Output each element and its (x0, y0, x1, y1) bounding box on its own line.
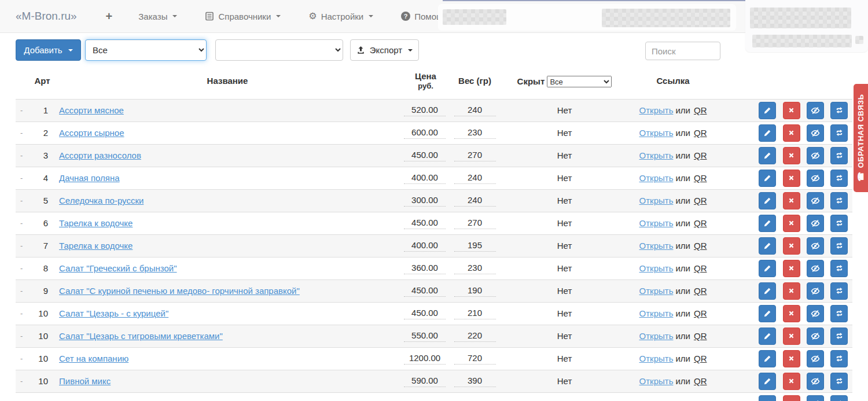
row-weight[interactable]: 270 (454, 218, 496, 229)
toggle-visibility-button[interactable] (807, 147, 824, 164)
duplicate-button[interactable] (830, 237, 848, 255)
row-price[interactable]: 1200.00 (404, 353, 446, 365)
edit-button[interactable] (759, 192, 776, 209)
row-qr-link[interactable]: QR (694, 128, 707, 138)
toggle-visibility-button[interactable] (807, 373, 824, 390)
delete-button[interactable] (783, 305, 800, 322)
row-name-link[interactable]: Селедочка по-русски (59, 196, 144, 205)
row-name-link[interactable]: Салат "С куриной печенью и медово- горчи… (59, 286, 300, 296)
row-drag-handle[interactable]: - (16, 189, 31, 212)
row-open-link[interactable]: Открыть (639, 196, 674, 205)
row-drag-handle[interactable]: - (16, 122, 31, 144)
row-qr-link[interactable]: QR (694, 286, 707, 296)
row-open-link[interactable]: Открыть (639, 286, 674, 296)
row-price[interactable]: 450.00 (404, 285, 446, 297)
nav-item-settings[interactable]: ⚙ Настройки (308, 12, 373, 21)
duplicate-button[interactable] (830, 124, 848, 142)
edit-button[interactable] (759, 124, 776, 142)
row-drag-handle[interactable] (16, 392, 31, 401)
duplicate-button[interactable] (830, 192, 848, 209)
hidden-filter-select[interactable]: Все (547, 76, 612, 87)
row-open-link[interactable]: Открыть (639, 241, 674, 251)
row-name-link[interactable]: Салат "Цезарь с тигровыми креветками" (59, 331, 223, 341)
row-price[interactable]: 590.00 (404, 376, 446, 387)
edit-button[interactable] (759, 215, 776, 232)
row-qr-link[interactable]: QR (694, 354, 707, 363)
edit-button[interactable] (759, 305, 776, 322)
row-qr-link[interactable]: QR (694, 173, 707, 183)
edit-button[interactable] (759, 395, 776, 401)
duplicate-button[interactable] (830, 328, 848, 345)
edit-button[interactable] (759, 373, 776, 390)
row-name-link[interactable]: Пивной микс (59, 376, 111, 386)
row-name-link[interactable]: Ассорти мясное (59, 105, 124, 115)
row-price[interactable]: 450.00 (404, 150, 446, 161)
row-name-link[interactable]: Тарелка к водочке (59, 241, 133, 251)
search-input[interactable] (645, 42, 720, 60)
edit-button[interactable] (759, 282, 776, 300)
add-button[interactable]: Добавить (16, 39, 81, 61)
row-open-link[interactable]: Открыть (639, 105, 674, 115)
row-drag-handle[interactable]: - (16, 234, 31, 257)
row-qr-link[interactable]: QR (694, 105, 707, 115)
delete-button[interactable] (783, 328, 800, 345)
row-open-link[interactable]: Открыть (639, 376, 674, 386)
nav-item-orders[interactable]: Заказы (138, 12, 177, 21)
duplicate-button[interactable] (830, 260, 848, 277)
secondary-filter-select[interactable] (215, 39, 343, 61)
delete-button[interactable] (783, 260, 800, 277)
toggle-visibility-button[interactable] (807, 215, 824, 232)
feedback-tab[interactable]: ☎ ОБРАТНАЯ СВЯЗЬ (854, 84, 868, 192)
edit-button[interactable] (759, 328, 776, 345)
row-name-link[interactable]: Тарелка к водочке (59, 218, 133, 228)
row-weight[interactable]: 190 (454, 285, 496, 297)
toggle-visibility-button[interactable] (807, 192, 824, 209)
row-weight[interactable]: 210 (454, 308, 496, 319)
row-weight[interactable]: 230 (454, 127, 496, 139)
toggle-visibility-button[interactable] (807, 102, 824, 119)
row-name-link[interactable]: Салат "Греческий с брынзой" (59, 263, 177, 273)
delete-button[interactable] (783, 237, 800, 255)
row-open-link[interactable]: Открыть (639, 150, 674, 160)
duplicate-button[interactable] (830, 373, 848, 390)
duplicate-button[interactable] (830, 350, 848, 367)
delete-button[interactable] (783, 282, 800, 300)
edit-button[interactable] (759, 102, 776, 119)
duplicate-button[interactable] (830, 282, 848, 300)
row-drag-handle[interactable]: - (16, 167, 31, 189)
brand-link[interactable]: «M-Bron.ru» (16, 10, 77, 23)
row-drag-handle[interactable]: - (16, 325, 31, 347)
duplicate-button[interactable] (830, 215, 848, 232)
toggle-visibility-button[interactable] (807, 305, 824, 322)
row-qr-link[interactable]: QR (694, 376, 707, 386)
row-price[interactable]: 400.00 (404, 240, 446, 252)
delete-button[interactable] (783, 102, 800, 119)
row-weight[interactable]: 720 (454, 353, 496, 365)
delete-button[interactable] (783, 395, 800, 401)
row-drag-handle[interactable]: - (16, 257, 31, 279)
duplicate-button[interactable] (830, 147, 848, 164)
delete-button[interactable] (783, 170, 800, 187)
toggle-visibility-button[interactable] (807, 350, 824, 367)
row-drag-handle[interactable]: - (16, 347, 31, 370)
category-filter-select[interactable]: Все (85, 39, 207, 61)
row-price[interactable]: 450.00 (404, 308, 446, 319)
delete-button[interactable] (783, 192, 800, 209)
duplicate-button[interactable] (830, 305, 848, 322)
row-price[interactable]: 300.00 (404, 195, 446, 207)
row-qr-link[interactable]: QR (694, 331, 707, 341)
row-price[interactable]: 550.00 (404, 330, 446, 342)
toggle-visibility-button[interactable] (807, 170, 824, 187)
row-weight[interactable]: 240 (454, 172, 496, 184)
delete-button[interactable] (783, 147, 800, 164)
row-weight[interactable]: 270 (454, 150, 496, 161)
row-weight[interactable]: 230 (454, 263, 496, 274)
edit-button[interactable] (759, 260, 776, 277)
row-open-link[interactable]: Открыть (639, 308, 674, 318)
row-drag-handle[interactable]: - (16, 99, 31, 122)
row-price[interactable]: 450.00 (404, 218, 446, 229)
delete-button[interactable] (783, 373, 800, 390)
row-drag-handle[interactable]: - (16, 212, 31, 234)
delete-button[interactable] (783, 350, 800, 367)
delete-button[interactable] (783, 215, 800, 232)
